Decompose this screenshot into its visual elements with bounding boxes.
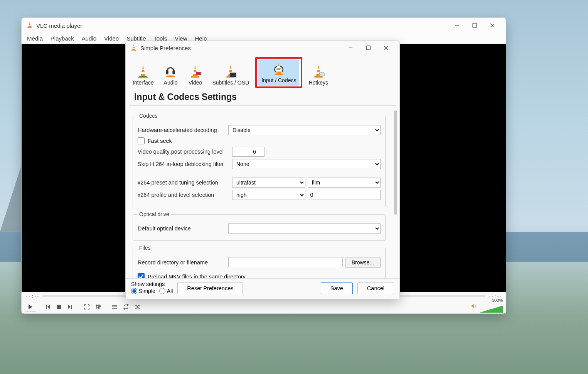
radio-simple-wrap[interactable]: Simple — [131, 288, 155, 294]
prefs-tabs: Interface Audio Video Subtitles / OSD In… — [126, 55, 399, 88]
preload-mkv-label[interactable]: Preload MKV files in the same directory — [148, 274, 246, 278]
svg-rect-40 — [196, 72, 201, 75]
radio-all-wrap[interactable]: All — [159, 288, 173, 294]
svg-point-21 — [96, 305, 98, 306]
tab-label: Audio — [164, 80, 178, 86]
show-settings-label: Show settings — [131, 281, 173, 287]
main-titlebar: VLC media player — [22, 18, 506, 33]
preferences-dialog: Simple Preferences Interface Audio Video… — [125, 41, 400, 299]
save-button[interactable]: Save — [321, 283, 353, 294]
tab-label: Interface — [133, 80, 153, 86]
preload-mkv-checkbox[interactable] — [138, 273, 145, 278]
browse-button[interactable]: Browse... — [345, 257, 381, 268]
time-elapsed: --:-- — [25, 293, 39, 299]
codecs-icon — [271, 62, 286, 76]
prefs-scrollbar[interactable] — [394, 110, 397, 215]
controls-row: 100% — [22, 300, 506, 313]
svg-marker-13 — [47, 305, 50, 309]
svg-point-39 — [166, 75, 175, 77]
x264-profile-select[interactable]: high — [232, 190, 305, 200]
x264-profile-label: x264 profile and level selection — [138, 192, 228, 198]
x264-level-input[interactable] — [308, 190, 381, 200]
svg-rect-38 — [173, 70, 175, 74]
svg-marker-29 — [472, 304, 474, 308]
skip-h264-label: Skip H.264 in-loop deblocking filter — [138, 161, 228, 167]
svg-point-23 — [99, 306, 101, 307]
show-settings-group: Show settings Simple All — [131, 281, 173, 294]
hw-decoding-select[interactable]: Disable — [228, 125, 381, 135]
highlighted-tab-marker: Input / Codecs — [255, 57, 302, 88]
skip-h264-select[interactable]: None — [232, 159, 381, 169]
files-group: Files Record directory or filename Brows… — [133, 245, 386, 278]
menu-playback[interactable]: Playback — [47, 34, 77, 42]
menu-video[interactable]: Video — [101, 34, 122, 42]
prefs-minimize-button[interactable] — [342, 42, 359, 54]
vq-spinbox[interactable] — [232, 147, 265, 157]
subtitles-icon — [223, 64, 238, 78]
menu-audio[interactable]: Audio — [79, 34, 99, 42]
hw-decoding-label: Hardware-accelerated decoding — [138, 127, 224, 133]
optical-device-label: Default optical device — [138, 225, 224, 232]
stop-button[interactable] — [54, 302, 64, 312]
svg-rect-15 — [57, 305, 61, 309]
svg-rect-14 — [46, 305, 47, 309]
prefs-close-button[interactable] — [377, 42, 395, 54]
radio-simple[interactable] — [131, 288, 137, 294]
tab-interface[interactable]: Interface — [130, 62, 157, 88]
reset-preferences-button[interactable]: Reset Preferences — [177, 283, 243, 294]
svg-marker-27 — [127, 304, 128, 306]
svg-rect-17 — [71, 305, 72, 309]
tab-audio[interactable]: Audio — [160, 62, 181, 88]
tab-label: Subtitles / OSD — [212, 80, 249, 86]
fast-seek-label[interactable]: Fast seek — [148, 138, 172, 144]
prefs-footer: Show settings Simple All Reset Preferenc… — [126, 278, 399, 299]
tab-label: Input / Codecs — [261, 77, 296, 83]
tab-video[interactable]: Video — [184, 62, 206, 88]
x264-preset-select[interactable]: ultrafast — [232, 178, 305, 188]
tab-label: Video — [189, 80, 202, 86]
svg-rect-42 — [319, 73, 324, 76]
radio-all[interactable] — [159, 288, 165, 294]
volume-percent: 100% — [492, 298, 503, 303]
prefs-titlebar: Simple Preferences — [126, 41, 399, 55]
playlist-button[interactable] — [110, 302, 120, 312]
codecs-group: Codecs Hardware-accelerated decoding Dis… — [133, 113, 386, 207]
optical-legend: Optical drive — [138, 211, 171, 217]
prefs-title: Simple Preferences — [140, 45, 191, 51]
loop-button[interactable] — [121, 302, 131, 312]
svg-marker-16 — [68, 305, 71, 309]
optical-device-select[interactable] — [228, 223, 381, 234]
hotkeys-icon — [311, 64, 326, 78]
fast-seek-checkbox[interactable] — [138, 137, 145, 144]
record-dir-label: Record directory or filename — [138, 259, 224, 266]
x264-preset-label: x264 preset and tuning selection — [138, 179, 228, 186]
extended-settings-button[interactable] — [93, 302, 103, 312]
cancel-button[interactable]: Cancel — [357, 283, 394, 294]
mute-icon[interactable] — [471, 303, 477, 311]
record-dir-input[interactable] — [228, 257, 343, 267]
codecs-legend: Codecs — [138, 113, 159, 119]
prev-button[interactable] — [42, 302, 52, 312]
svg-rect-9 — [473, 24, 477, 27]
prefs-maximize-button[interactable] — [359, 42, 377, 54]
svg-rect-41 — [230, 73, 236, 77]
prefs-scroll-area: Codecs Hardware-accelerated decoding Dis… — [126, 106, 399, 278]
optical-group: Optical drive Default optical device — [133, 211, 386, 241]
menu-media[interactable]: Media — [24, 34, 46, 42]
maximize-button[interactable] — [466, 20, 484, 31]
play-button[interactable] — [25, 302, 36, 312]
fullscreen-button[interactable] — [82, 302, 92, 312]
svg-point-22 — [98, 307, 99, 308]
vlc-cone-icon — [130, 44, 137, 52]
minimize-button[interactable] — [448, 20, 466, 31]
shuffle-button[interactable] — [133, 302, 143, 312]
next-button[interactable] — [66, 302, 76, 312]
x264-tuning-select[interactable]: film — [308, 178, 381, 188]
tab-label: Hotkeys — [308, 80, 328, 86]
tab-hotkeys[interactable]: Hotkeys — [305, 62, 331, 88]
tab-input-codecs[interactable]: Input / Codecs — [258, 59, 299, 86]
close-button[interactable] — [484, 20, 501, 31]
volume-slider[interactable] — [480, 306, 503, 313]
svg-marker-28 — [124, 308, 125, 310]
tab-subtitles[interactable]: Subtitles / OSD — [209, 62, 252, 88]
